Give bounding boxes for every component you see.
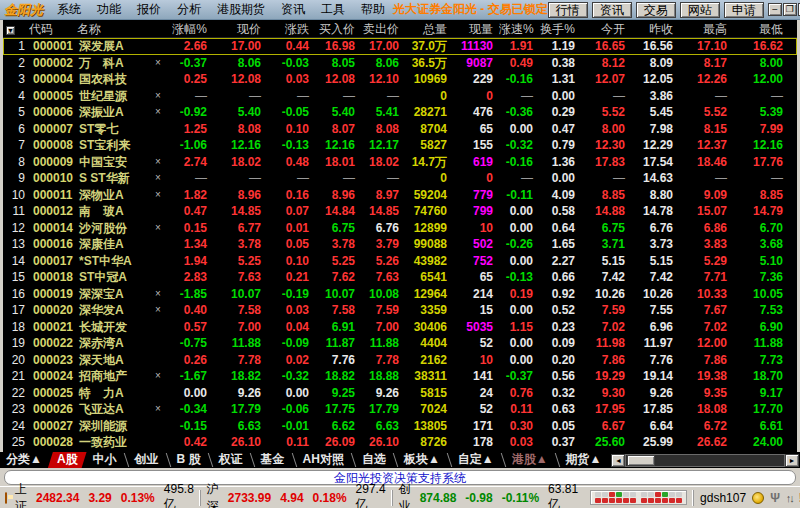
table-row[interactable]: 13000016深康佳A1.343.780.053.783.7999088502…	[3, 236, 797, 253]
menu-item-4[interactable]: 分析	[169, 0, 209, 19]
table-row[interactable]: 16000019深深宝A×-1.8510.07-0.1910.0710.0812…	[3, 286, 797, 303]
table-row[interactable]: 1000001深发展A2.6617.000.4416.9817.0037.0万1…	[3, 38, 797, 55]
menu-item-5[interactable]: 港股期货	[209, 0, 273, 19]
column-header-11[interactable]: 换手%	[539, 20, 581, 38]
menu-item-6[interactable]: 资讯	[273, 0, 313, 19]
change: -0.06	[267, 401, 315, 418]
column-header-2[interactable]: 名称	[77, 20, 151, 38]
row-number: 23	[3, 401, 29, 418]
table-row[interactable]: 21000024招商地产×-1.6718.82-0.3218.8218.8838…	[3, 368, 797, 385]
column-header-12[interactable]: 今开	[581, 20, 631, 38]
table-row[interactable]: 17000020深华发A×0.407.580.037.587.593359150…	[3, 302, 797, 319]
table-row[interactable]: 9000010S ST华新×—————00—0.00—14.63——	[3, 170, 797, 187]
column-header-9[interactable]: 现量	[453, 20, 499, 38]
ask-price: 18.02	[361, 154, 405, 171]
titlebar-button-5[interactable]: 申请	[724, 2, 764, 18]
column-header-13[interactable]: 昨收	[631, 20, 679, 38]
tab-板块[interactable]: 板块▲	[398, 452, 446, 468]
table-row[interactable]: 24000027深圳能源-0.156.63-0.016.626.63138051…	[3, 418, 797, 435]
bottom-tab-bar: 分类▲A股中小创业B 股权证基金AH对照自选板块▲自定▲港股▲期货▲ ◄ ►	[0, 452, 800, 468]
current-volume: 65	[453, 121, 499, 138]
menu-item-1[interactable]: 系统	[49, 0, 89, 19]
tab-自选[interactable]: 自选	[356, 452, 392, 468]
column-header-14[interactable]: 最高	[679, 20, 733, 38]
tab-分类[interactable]: 分类▲	[0, 452, 48, 468]
table-row[interactable]: 3000004国农科技0.2512.080.0312.0812.10109692…	[3, 71, 797, 88]
column-header-6[interactable]: 买入价	[315, 20, 361, 38]
column-header-4[interactable]: 现价	[213, 20, 267, 38]
table-row[interactable]: 20000023深天地A0.267.780.027.767.782162100.…	[3, 352, 797, 369]
restore-button[interactable]: ❐	[783, 3, 797, 16]
tab-创业[interactable]: 创业	[129, 452, 165, 468]
table-row[interactable]: 7000008ST宝利来-1.0612.16-0.1312.1612.17582…	[3, 137, 797, 154]
ask-price: 6.76	[361, 220, 405, 237]
scrollbar-thumb[interactable]	[627, 455, 655, 466]
tab-A股[interactable]: A股	[48, 452, 87, 468]
coin-icon[interactable]	[752, 492, 764, 504]
tab-权证[interactable]: 权证	[213, 452, 249, 468]
tab-AH对照[interactable]: AH对照	[297, 452, 350, 468]
table-row[interactable]: 15000018ST中冠A2.837.630.217.627.63654165-…	[3, 269, 797, 286]
tab-期货[interactable]: 期货▲	[560, 452, 608, 468]
ask-price: 5.26	[361, 253, 405, 270]
table-row[interactable]: 19000022深赤湾A-0.7511.88-0.0911.8711.88440…	[3, 335, 797, 352]
row-number: 3	[3, 71, 29, 88]
menu-item-8[interactable]: 帮助	[353, 0, 393, 19]
ask-price: 6.63	[361, 418, 405, 435]
news-marker: ×	[151, 220, 165, 237]
column-dropdown-button[interactable]: ▼	[6, 26, 15, 35]
menu-item-7[interactable]: 工具	[313, 0, 353, 19]
table-row[interactable]: 18000021长城开发0.577.000.046.917.0030406503…	[3, 319, 797, 336]
tab-港股[interactable]: 港股▲	[506, 452, 554, 468]
tab-中小[interactable]: 中小	[87, 452, 123, 468]
menu-item-2[interactable]: 功能	[89, 0, 129, 19]
updown-arrows-icon[interactable]: ↑↓	[786, 492, 793, 504]
price: 12.08	[213, 71, 267, 88]
table-row[interactable]: 5000006深振业A×-0.925.40-0.055.405.41282714…	[3, 104, 797, 121]
tab-B 股[interactable]: B 股	[171, 452, 207, 468]
titlebar-button-4[interactable]: 网站	[680, 2, 720, 18]
speed-pct: -0.16	[499, 71, 539, 88]
tab-基金[interactable]: 基金	[255, 452, 291, 468]
news-marker: ×	[151, 88, 165, 105]
column-header-3[interactable]: 涨幅%	[165, 20, 213, 38]
row-number: 19	[3, 335, 29, 352]
table-row[interactable]: 2000002万 科A×-0.378.06-0.038.058.0636.5万9…	[3, 55, 797, 72]
table-row[interactable]: 22000025特 力A0.009.260.009.259.265815240.…	[3, 385, 797, 402]
minimize-button[interactable]: –	[768, 3, 782, 16]
antenna-icon[interactable]: Ψ	[770, 492, 780, 504]
turnover-pct: 0.66	[539, 269, 581, 286]
column-header-7[interactable]: 卖出价	[361, 20, 405, 38]
tab-自定[interactable]: 自定▲	[452, 452, 500, 468]
horizontal-scrollbar[interactable]: ◄ ►	[611, 453, 799, 467]
change: 0.10	[267, 253, 315, 270]
column-header-8[interactable]: 总量	[405, 20, 453, 38]
column-header-1[interactable]: 代码	[29, 20, 77, 38]
titlebar-button-1[interactable]: 行情	[548, 2, 588, 18]
table-row[interactable]: 14000017*ST中华A1.945.250.105.255.26439827…	[3, 253, 797, 270]
titlebar-button-2[interactable]: 资讯	[592, 2, 632, 18]
table-row[interactable]: 8000009中国宝安×2.7418.020.4818.0118.0214.7万…	[3, 154, 797, 171]
row-number: 18	[3, 319, 29, 336]
column-header-15[interactable]: 最低	[733, 20, 789, 38]
stock-code: 000027	[29, 418, 77, 435]
scrollbar-track[interactable]	[625, 454, 785, 467]
table-row[interactable]: 11000012南 玻A0.4714.850.0714.8414.8574760…	[3, 203, 797, 220]
toolbar-buttons: 行情资讯交易网站申请	[548, 2, 764, 18]
table-row[interactable]: 10000011深物业A×1.828.960.168.968.975920477…	[3, 187, 797, 204]
speed-pct: 0.19	[499, 286, 539, 303]
table-row[interactable]: 23000026飞亚达A×-0.3417.79-0.0617.7517.7970…	[3, 401, 797, 418]
titlebar-button-3[interactable]: 交易	[636, 2, 676, 18]
table-row[interactable]: 25000028一致药业0.4226.100.1126.0926.1087261…	[3, 434, 797, 451]
table-row[interactable]: 12000014沙河股份×0.156.770.016.756.761289910…	[3, 220, 797, 237]
scroll-left-button[interactable]: ◄	[611, 454, 625, 467]
table-row[interactable]: 6000007ST零七1.258.080.108.078.088704650.0…	[3, 121, 797, 138]
row-number: 15	[3, 269, 29, 286]
column-header-10[interactable]: 涨速%	[499, 20, 539, 38]
scroll-right-button[interactable]: ►	[785, 454, 799, 467]
menu-item-3[interactable]: 报价	[129, 0, 169, 19]
change: 0.07	[267, 203, 315, 220]
column-header-5[interactable]: 涨跌	[267, 20, 315, 38]
bid-price: 9.25	[315, 385, 361, 402]
table-row[interactable]: 4000005世纪星源×—————00—0.00—3.86——	[3, 88, 797, 105]
